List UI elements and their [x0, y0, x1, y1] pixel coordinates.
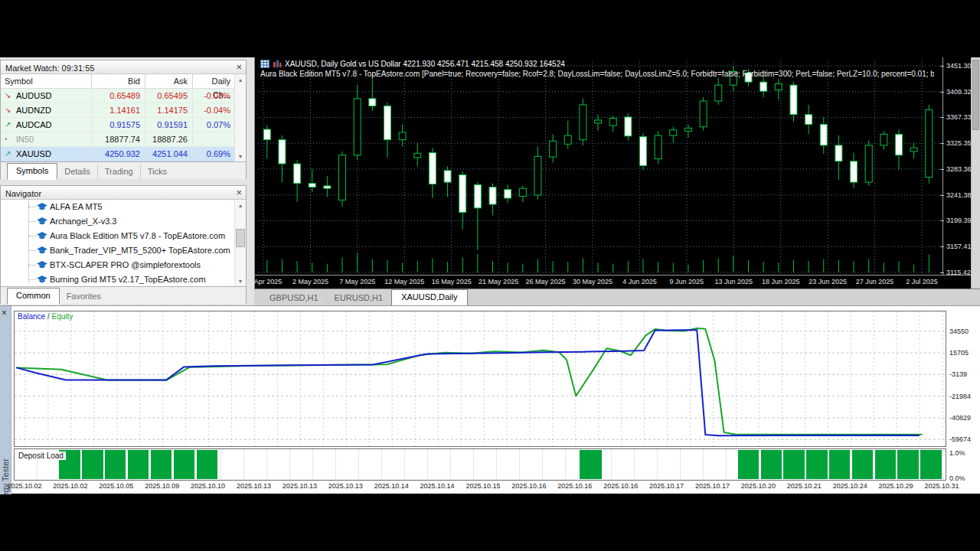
scrollbar-thumb[interactable] — [972, 60, 979, 130]
ea-name: ALFA EA MT5 — [50, 202, 102, 211]
deposit-load-bar — [875, 450, 896, 479]
deposit-load-bar — [738, 450, 759, 479]
scroll-down-icon[interactable]: ▼ — [235, 154, 246, 159]
daily-change-value: 0.69% — [192, 147, 234, 161]
market-watch-scrollbar[interactable]: ▲ ▼ — [234, 74, 246, 161]
candlestick-chart[interactable] — [258, 60, 942, 275]
trend-down-icon: ↘ — [5, 103, 12, 117]
close-icon[interactable]: × — [2, 308, 7, 318]
navigator-titlebar[interactable]: Navigator × — [1, 186, 246, 200]
tester-value-label: 34550 — [949, 328, 969, 335]
balance-equity-chart[interactable]: Balance / Equity — [14, 311, 946, 447]
tester-value-label: -21984 — [949, 393, 971, 400]
market-watch-tabs: SymbolsDetailsTradingTicks — [1, 161, 246, 179]
navigator-item-ea[interactable]: BTX-SCLAPER PRO @simpleforextools — [1, 258, 246, 272]
navigator-item-ea[interactable]: ALFA EA MT5 — [1, 200, 246, 214]
navigator-tree: ▲ ▼ ALFA EA MT5Archangel_X-v3.3Aura Blac… — [1, 200, 246, 286]
bid-value: 4250.932 — [91, 147, 145, 161]
market-watch-row-audcad[interactable]: ↗AUDCAD0.915750.915910.07% — [1, 118, 246, 132]
tester-date-axis: 2025.10.022025.10.022025.10.052025.10.09… — [14, 482, 975, 493]
market-watch-row-xauusd[interactable]: ↗XAUUSD4250.9324251.0440.69% — [1, 147, 246, 161]
column-header-bid[interactable]: Bid — [91, 74, 145, 88]
market-watch-table: SymbolBidAskDaily Ch... ↘AUDUSD0.654890.… — [1, 74, 246, 161]
deposit-load-bar — [920, 450, 941, 479]
ea-name: Archangel_X-v3.3 — [50, 217, 116, 226]
tab-favorites[interactable]: Favorites — [60, 289, 108, 304]
column-header-ask[interactable]: Ask — [145, 74, 192, 88]
tester-value-label: 15705 — [949, 349, 969, 357]
ea-name: Bank_Trader_VIP_MT5_5200+ TopEAstore.com — [50, 246, 230, 255]
deposit-load-bar — [174, 450, 194, 479]
chart-tab-gbpusd-h1[interactable]: GBPUSD,H1 — [262, 291, 327, 305]
deposit-load-bar — [806, 450, 827, 479]
close-icon[interactable]: × — [236, 60, 242, 73]
balance-equity-plot — [15, 311, 946, 446]
legend-equity: Equity — [51, 312, 73, 321]
bid-value: 0.91575 — [91, 118, 145, 132]
series-balance — [16, 330, 920, 435]
symbol-cell: •IN50 — [1, 132, 91, 146]
tester-value-label: -59674 — [949, 435, 971, 443]
bid-value: 18877.74 — [91, 132, 145, 146]
close-icon[interactable]: × — [236, 186, 242, 199]
navigator-item-ea[interactable]: Aura Black Edition MT5 v7.8 - TopEAstore… — [1, 229, 246, 243]
ea-name: BTX-SCLAPER PRO @simpleforextools — [50, 260, 201, 269]
deposit-load-chart[interactable]: Deposit Load — [14, 448, 946, 481]
ask-value: 18887.26 — [145, 132, 192, 146]
chart-window[interactable]: 3451.3053409.3203367.3353325.3503283.365… — [254, 57, 971, 289]
navigator-item-ea[interactable]: Burning Grid MT5 v2.17_TopEAstore.com — [1, 272, 246, 286]
ea-name: Aura Black Edition MT5 v7.8 - TopEAstore… — [50, 231, 225, 240]
tab-ticks[interactable]: Ticks — [141, 165, 174, 179]
navigator-item-ea[interactable]: Archangel_X-v3.3 — [1, 214, 246, 229]
date-tick-label: 2 Jul 2025 — [893, 278, 951, 285]
symbol-cell: ↘AUDNZD — [1, 103, 91, 117]
symbol-name: XAUUSD — [16, 147, 51, 161]
trend-up-icon: ↗ — [5, 118, 12, 132]
market-watch-row-audnzd[interactable]: ↘AUDNZD1.141611.14175-0.04% — [1, 103, 246, 118]
chart-legend: Balance / Equity — [18, 312, 73, 321]
daily-change-value: 0.07% — [192, 118, 234, 132]
expert-advisor-icon — [37, 232, 47, 240]
market-watch-header: SymbolBidAskDaily Ch... — [1, 74, 246, 89]
trend-none-icon: • — [5, 132, 12, 146]
market-watch-titlebar[interactable]: Market Watch: 09:31:55 × — [1, 60, 246, 74]
scroll-up-icon[interactable]: ▲ — [235, 77, 246, 83]
navigator-panel: Navigator × ▲ ▼ ALFA EA MT5Archangel_X-v… — [0, 185, 247, 304]
chart-time-axis[interactable]: 28 Apr 20252 May 20257 May 202512 May 20… — [255, 275, 972, 289]
chart-vertical-scrollbar[interactable] — [971, 57, 980, 289]
bid-value: 0.65489 — [91, 89, 145, 103]
market-watch-row-audusd[interactable]: ↘AUDUSD0.654890.65495-0.03% — [1, 89, 246, 103]
tester-date-label: 2025.10.31 — [915, 482, 969, 490]
market-watch-panel: Market Watch: 09:31:55 × SymbolBidAskDai… — [0, 60, 247, 179]
tab-details[interactable]: Details — [57, 165, 98, 179]
symbol-name: AUDNZD — [16, 103, 51, 117]
tab-trading[interactable]: Trading — [98, 165, 141, 179]
market-watch-row-in50[interactable]: •IN5018877.7418887.26 — [1, 132, 246, 147]
strategy-tester-panel: × Strategy Tester Balance / Equity 34550… — [0, 305, 980, 494]
chart-tab-eurusd-h1[interactable]: EURUSD,H1 — [327, 291, 392, 305]
deposit-max-label: 1.0% — [949, 449, 965, 457]
navigator-tabs: CommonFavorites — [1, 286, 246, 304]
deposit-load-bar — [897, 450, 918, 479]
mt5-terminal: Market Watch: 09:31:55 × SymbolBidAskDai… — [0, 57, 980, 494]
chart-price-axis[interactable]: 3451.3053409.3203367.3353325.3503283.365… — [942, 57, 972, 275]
column-header-sym[interactable]: Symbol — [1, 74, 91, 88]
strategy-tester-sidebar[interactable]: × Strategy Tester — [0, 306, 11, 494]
symbol-name: AUDCAD — [16, 118, 51, 132]
tab-symbols[interactable]: Symbols — [7, 163, 57, 180]
ask-value: 4251.044 — [145, 147, 192, 161]
deposit-load-bar — [761, 450, 782, 479]
tester-value-label: -40829 — [949, 414, 971, 422]
deposit-load-label: Deposit Load — [18, 452, 66, 460]
navigator-item-ea[interactable]: Bank_Trader_VIP_MT5_5200+ TopEAstore.com — [1, 243, 246, 258]
tester-value-label: -3139 — [949, 370, 967, 378]
chart-tab-xauusd-daily[interactable]: XAUUSD,Daily — [391, 289, 467, 305]
deposit-load-bar — [580, 450, 602, 479]
daily-change-value: -0.03% — [192, 89, 234, 103]
expert-advisor-icon — [37, 276, 47, 284]
daily-change-value — [192, 132, 234, 146]
deposit-load-bar — [197, 450, 217, 479]
tab-common[interactable]: Common — [7, 288, 60, 305]
column-header-chg[interactable]: Daily Ch... — [192, 74, 234, 88]
chart-tab-bar: GBPUSD,H1EURUSD,H1XAUUSD,Daily — [254, 289, 980, 305]
